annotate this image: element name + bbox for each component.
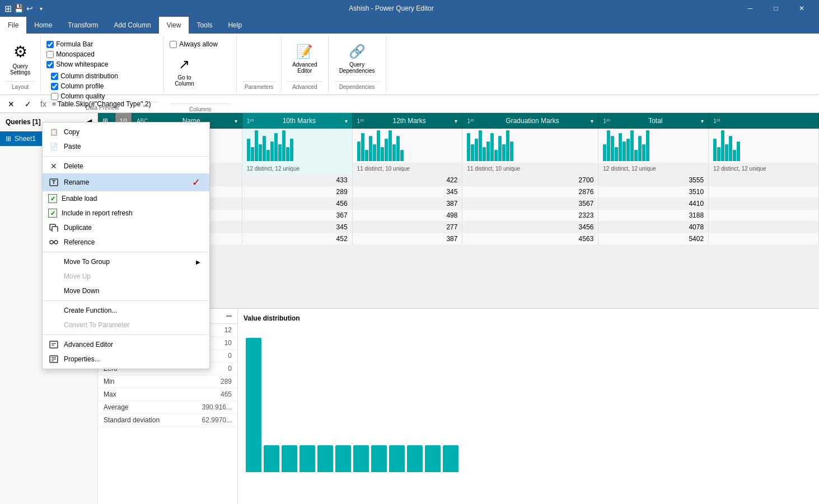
rename-checkmark-icon: ✓ [192, 176, 200, 189]
formula-input[interactable] [52, 100, 815, 108]
ctx-rename[interactable]: Rename ✓ [43, 173, 209, 191]
ctx-duplicate[interactable]: Duplicate [43, 220, 209, 235]
col-quality-check[interactable] [51, 93, 58, 100]
stat-row: Max465 [98, 388, 237, 401]
menu-tools[interactable]: Tools [189, 17, 220, 34]
menu-home[interactable]: Home [26, 17, 60, 34]
monospaced-checkbox[interactable]: Monospaced [46, 50, 108, 58]
monospaced-check[interactable] [46, 51, 54, 58]
formula-bar-checkbox[interactable]: Formula Bar [46, 40, 108, 48]
ctx-enable-load[interactable]: ✓ Enable load [43, 191, 209, 206]
menu-file[interactable]: File [0, 17, 26, 34]
ctx-move-down[interactable]: Move Down [43, 284, 209, 298]
ctx-properties[interactable]: Properties... [43, 352, 209, 366]
cell-12th: 387 [352, 233, 462, 245]
dist-bar [425, 445, 441, 472]
col-profile-checkbox[interactable]: Column profile [51, 82, 118, 90]
menu-add-column[interactable]: Add Column [106, 17, 159, 34]
col-10th-type: 1²³ [247, 118, 254, 124]
col-10th[interactable]: 1²³ 10th Marks ▾ [242, 113, 352, 129]
cell-10th: 367 [242, 210, 352, 222]
always-allow-check[interactable] [170, 41, 177, 48]
svg-point-5 [50, 241, 53, 244]
cell-total: 4078 [598, 222, 709, 233]
ctx-include-refresh[interactable]: ✓ Include in report refresh [43, 206, 209, 220]
ctx-reference[interactable]: Reference [43, 235, 209, 249]
formula-bar-check[interactable] [46, 41, 54, 48]
col-grad-filter[interactable]: ▾ [591, 118, 593, 124]
col-grad-type: 1²³ [467, 118, 474, 124]
col-quality-checkbox[interactable]: Column quality [51, 92, 118, 100]
always-allow-checkbox[interactable]: Always allow [170, 40, 218, 48]
undo-btn[interactable]: ↩ [25, 4, 34, 13]
advanced-editor-btn[interactable]: 📝 AdvancedEditor [287, 38, 322, 79]
ctx-advanced-editor[interactable]: Advanced Editor [43, 337, 209, 352]
cell-12th: 498 [352, 210, 462, 222]
dist-bar [407, 445, 423, 472]
cell-10th: 456 [242, 198, 352, 210]
menu-transform[interactable]: Transform [60, 17, 106, 34]
save-btn[interactable]: 💾 [14, 4, 23, 13]
dist-text-10th: 12 distinct, 12 unique [242, 163, 352, 175]
ctx-sep2 [43, 252, 209, 252]
formula-close-btn[interactable]: ✕ [4, 97, 18, 111]
ctx-enable-load-label: Enable load [62, 195, 97, 202]
query-dependencies-btn[interactable]: 🔗 QueryDependencies [334, 38, 380, 79]
col-total[interactable]: 1²³ Total ▾ [598, 113, 709, 129]
menu-help[interactable]: Help [220, 17, 250, 34]
menu-view[interactable]: View [159, 17, 189, 34]
col-extra-type: 1²³ [713, 118, 720, 124]
cell-12th: 422 [352, 175, 462, 186]
show-whitespace-check[interactable] [46, 61, 54, 68]
submenu-arrow-icon: ▶ [196, 259, 200, 265]
query-settings-btn[interactable]: ⚙ QuerySettings [6, 38, 35, 79]
ctx-convert-param-label: Convert To Parameter [64, 321, 129, 329]
cell-total: 4410 [598, 198, 709, 210]
sheet1-label: Sheet1 [15, 135, 36, 143]
ctx-copy[interactable]: 📋 Copy [43, 125, 209, 139]
query-dependencies-label: QueryDependencies [339, 62, 375, 74]
go-to-column-label: Go toColumn [175, 74, 194, 87]
go-to-column-btn[interactable]: ↗ Go toColumn [170, 49, 199, 94]
col-total-filter[interactable]: ▾ [701, 118, 704, 124]
col-dist-checkbox[interactable]: Column distribution [51, 72, 118, 80]
sheet1-icon: ⊞ [6, 135, 11, 143]
stat-value: 10 [224, 339, 232, 347]
ctx-create-function[interactable]: Create Function... [43, 303, 209, 318]
ctx-paste[interactable]: 📄 Paste [43, 139, 209, 154]
col-12th-filter[interactable]: ▾ [455, 118, 457, 124]
col-10th-filter[interactable]: ▾ [345, 118, 348, 124]
cell-grad: 3567 [462, 198, 598, 210]
ctx-move-to-group[interactable]: Move To Group ▶ [43, 255, 209, 269]
cell-extra [709, 233, 819, 245]
ctx-advanced-editor-icon [48, 340, 59, 349]
window-title: Ashish - Power Query Editor [50, 4, 733, 12]
dist-extra [709, 129, 819, 163]
ctx-paste-label: Paste [64, 143, 81, 150]
stats-more-btn[interactable]: ··· [226, 312, 232, 320]
close-btn[interactable]: ✕ [789, 0, 815, 17]
ctx-delete[interactable]: ✕ Delete [43, 159, 209, 173]
stat-value: 12 [224, 326, 232, 334]
dropdown-btn[interactable]: ▾ [36, 4, 45, 13]
ctx-move-down-label: Move Down [64, 287, 99, 295]
col-extra[interactable]: 1²³ [709, 113, 819, 129]
ribbon-layout-group: Formula Bar Monospaced Show whitespace C… [41, 36, 164, 92]
col-12th[interactable]: 1²³ 12th Marks ▾ [352, 113, 462, 129]
stat-label: Standard deviation [104, 416, 160, 424]
col-grad[interactable]: 1²³ Graduation Marks ▾ [462, 113, 598, 129]
col-name-filter[interactable]: ▾ [235, 118, 237, 124]
show-whitespace-checkbox[interactable]: Show whitespace [46, 60, 108, 68]
col-dist-check[interactable] [51, 73, 58, 80]
maximize-btn[interactable]: □ [763, 0, 789, 17]
minimize-btn[interactable]: ─ [737, 0, 763, 17]
dist-total [598, 129, 709, 163]
formula-check-btn[interactable]: ✓ [21, 97, 35, 111]
cell-10th: 452 [242, 233, 352, 245]
include-refresh-checkbox: ✓ [48, 209, 57, 218]
dist-bar [335, 445, 351, 472]
advanced-editor-label: AdvancedEditor [292, 62, 317, 74]
col-profile-check[interactable] [51, 83, 58, 90]
dist-bar [299, 445, 315, 472]
titlebar: ⊞ 💾 ↩ ▾ Ashish - Power Query Editor ─ □ … [0, 0, 819, 17]
